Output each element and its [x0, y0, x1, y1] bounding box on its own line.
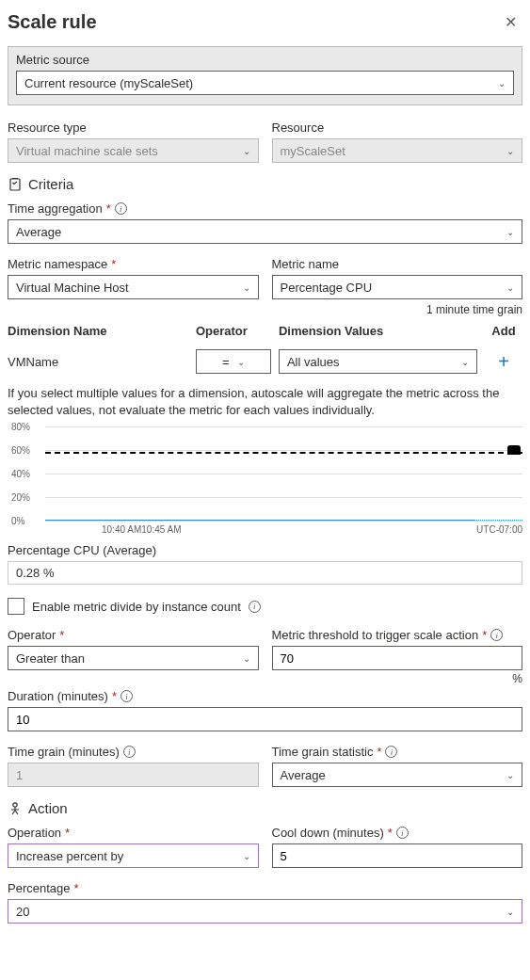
required-star: *	[74, 881, 79, 895]
action-title: Action	[28, 800, 68, 816]
info-icon[interactable]: i	[385, 746, 397, 758]
required-star: *	[482, 628, 487, 642]
resource-label: Resource	[272, 120, 523, 135]
metric-namespace-label: Metric namespace *	[8, 257, 259, 271]
dimension-values-value: All values	[287, 355, 340, 369]
operator-select[interactable]: Greater than ⌄	[8, 646, 259, 670]
required-star: *	[106, 201, 111, 216]
divide-by-instance-checkbox[interactable]	[8, 598, 24, 615]
chart-timezone: UTC-07:00	[476, 524, 522, 535]
chevron-down-icon: ⌄	[461, 357, 469, 367]
metric-chart: 80% 60% 40% 20% 0% 10:40 AM 10:45 AM UTC…	[8, 426, 522, 539]
operation-value: Increase percent by	[16, 849, 123, 863]
chart-series-line	[45, 520, 474, 521]
y-tick: 60%	[11, 445, 30, 456]
percentage-label: Percentage *	[8, 881, 522, 895]
dimension-header-row: Dimension Name Operator Dimension Values…	[8, 318, 522, 344]
time-grain-hint: 1 minute time grain	[8, 303, 522, 316]
operation-label: Operation *	[8, 826, 259, 840]
info-icon[interactable]: i	[115, 202, 127, 215]
resource-value: myScaleSet	[281, 144, 345, 158]
time-grain-statistic-label: Time grain statistic * i	[272, 745, 523, 759]
chevron-down-icon: ⌄	[506, 146, 514, 156]
required-star: *	[111, 257, 116, 271]
y-tick: 40%	[11, 469, 30, 479]
time-grain-value: 1	[16, 768, 23, 782]
chevron-down-icon: ⌄	[243, 653, 250, 664]
info-icon[interactable]: i	[120, 690, 133, 702]
duration-label: Duration (minutes) * i	[8, 689, 522, 703]
chevron-down-icon: ⌄	[506, 907, 514, 917]
operator-value: Greater than	[16, 651, 85, 666]
duration-field[interactable]	[16, 708, 514, 731]
metric-name-select[interactable]: Percentage CPU ⌄	[272, 275, 523, 299]
chart-readout-value: 0.28 %	[8, 561, 522, 585]
x-tick: 10:40 AM	[102, 524, 141, 535]
chart-readout-label: Percentage CPU (Average)	[8, 543, 522, 557]
time-grain-input: 1	[8, 763, 259, 787]
chart-series-projection	[474, 520, 522, 521]
metric-source-value: Current resource (myScaleSet)	[24, 76, 193, 90]
time-grain-statistic-select[interactable]: Average ⌄	[272, 763, 523, 787]
required-star: *	[377, 745, 381, 759]
threshold-unit: %	[272, 672, 523, 685]
percentage-value: 20	[16, 905, 29, 919]
chevron-down-icon: ⌄	[237, 357, 245, 367]
required-star: *	[59, 628, 64, 642]
info-icon[interactable]: i	[490, 629, 503, 641]
panel-title: Scale rule	[8, 11, 97, 33]
chevron-down-icon: ⌄	[243, 851, 250, 861]
svg-point-1	[13, 803, 17, 807]
dimension-help-text: If you select multiple values for a dime…	[8, 385, 522, 419]
chevron-down-icon: ⌄	[243, 146, 250, 156]
time-aggregation-label: Time aggregation * i	[8, 201, 522, 216]
svg-rect-0	[10, 179, 20, 190]
metric-namespace-select[interactable]: Virtual Machine Host ⌄	[8, 275, 259, 299]
info-icon[interactable]: i	[396, 827, 409, 839]
dimension-name-header: Dimension Name	[8, 324, 188, 338]
action-icon	[8, 801, 23, 816]
resource-select: myScaleSet ⌄	[272, 138, 523, 163]
dimension-operator-select[interactable]: = ⌄	[196, 349, 271, 374]
operation-select[interactable]: Increase percent by ⌄	[8, 843, 259, 868]
chevron-down-icon: ⌄	[243, 282, 250, 293]
required-star: *	[112, 689, 117, 703]
add-dimension-button[interactable]: +	[485, 352, 522, 371]
metric-name-label: Metric name	[272, 257, 523, 271]
dimension-name-value: VMName	[8, 355, 188, 369]
cooldown-input[interactable]	[272, 843, 523, 868]
metric-source-label: Metric source	[16, 53, 514, 67]
threshold-marker	[507, 445, 521, 455]
time-grain-label: Time grain (minutes) i	[8, 745, 259, 759]
panel-header: Scale rule ✕	[8, 8, 522, 46]
cooldown-label: Cool down (minutes) * i	[272, 826, 523, 840]
operator-label: Operator *	[8, 628, 259, 642]
y-tick: 20%	[11, 492, 30, 503]
divide-by-instance-label: Enable metric divide by instance count	[32, 600, 241, 614]
info-icon[interactable]: i	[249, 601, 261, 613]
percentage-select[interactable]: 20 ⌄	[8, 899, 522, 924]
info-icon[interactable]: i	[123, 746, 136, 758]
dimension-values-header: Dimension Values	[279, 324, 477, 338]
metric-source-section: Metric source Current resource (myScaleS…	[8, 46, 522, 105]
action-section-header: Action	[8, 800, 522, 816]
dimension-values-select[interactable]: All values ⌄	[279, 349, 477, 374]
metric-source-select[interactable]: Current resource (myScaleSet) ⌄	[16, 71, 514, 95]
time-grain-statistic-value: Average	[281, 768, 326, 782]
close-icon[interactable]: ✕	[499, 11, 522, 33]
time-aggregation-value: Average	[16, 225, 61, 239]
resource-type-value: Virtual machine scale sets	[16, 144, 158, 158]
x-tick: 10:45 AM	[141, 524, 181, 535]
y-tick: 0%	[11, 516, 24, 526]
metric-name-value: Percentage CPU	[281, 281, 373, 295]
duration-input[interactable]	[8, 707, 522, 731]
threshold-field[interactable]	[281, 647, 515, 669]
resource-type-label: Resource type	[8, 120, 259, 135]
threshold-input[interactable]	[272, 646, 523, 670]
resource-type-select: Virtual machine scale sets ⌄	[8, 138, 259, 163]
dimension-row: VMName = ⌄ All values ⌄ +	[8, 344, 522, 379]
cooldown-field[interactable]	[281, 844, 515, 867]
chevron-down-icon: ⌄	[506, 227, 514, 237]
time-aggregation-select[interactable]: Average ⌄	[8, 219, 522, 244]
required-star: *	[388, 826, 393, 840]
